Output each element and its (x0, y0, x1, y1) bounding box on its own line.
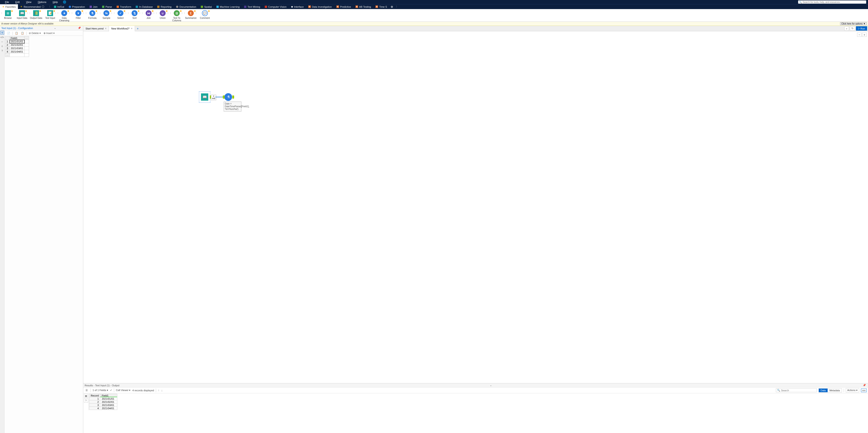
notification-options-button[interactable]: Click here for options ▼ (840, 22, 867, 25)
results-search[interactable]: 🔍 (776, 388, 817, 392)
canvas-node-formula[interactable]: ⚗ (224, 93, 232, 101)
insert-button[interactable]: ⊕ Insert ▾ (42, 31, 56, 35)
config-pin-icon[interactable]: 📌 (77, 27, 82, 30)
results-cell[interactable]: 2021/03/01 (100, 403, 117, 407)
workflow-tab[interactable]: New Workflow2*× (109, 26, 135, 31)
results-menu-icon[interactable]: ☰ (85, 388, 89, 392)
menu-view[interactable]: View (23, 1, 35, 3)
cell-viewer-dropdown[interactable]: Cell Viewer ▾ (116, 389, 131, 392)
zoom-out-button[interactable]: − (857, 33, 862, 37)
run-button[interactable]: ▷ Run (856, 26, 867, 31)
results-pin-icon[interactable]: 📌 (862, 384, 867, 387)
tool-comment[interactable]: 💬★Comment (198, 9, 212, 19)
results-options-button[interactable]: ooo (861, 389, 867, 392)
tool-sort[interactable]: ⇅★〉〉Sort (127, 9, 142, 19)
tool-input-data[interactable]: 📖★〉Input Data (15, 9, 29, 19)
results-data-grid[interactable]: RecordField1 12021/01/01 22021/02/01 320… (89, 394, 117, 410)
tool-union[interactable]: ∪★〉〉Union (156, 9, 170, 19)
canvas-node-text-input[interactable]: 📖 (199, 91, 210, 103)
config-cell[interactable]: 2021/03/01 (10, 47, 25, 50)
menu-options[interactable]: Options (34, 1, 50, 3)
tool-summarize[interactable]: Σ★〉〉Summarize (184, 9, 198, 19)
workflow-canvas[interactable]: − + 📖 444b ⚗ Date = DateTimeParse([Field… (83, 31, 868, 383)
global-search-input[interactable] (803, 1, 865, 3)
results-cell[interactable]: 2021/02/01 (100, 400, 117, 403)
config-cell[interactable]: 2021/02/01 (10, 43, 25, 47)
tool-text-input[interactable]: 📝★〉Text Input (43, 9, 57, 19)
paste-icon[interactable]: 📋 (20, 31, 25, 35)
category-documentation[interactable]: Documentation (174, 4, 198, 9)
fields-summary[interactable]: 1 of 1 Fields ▾ (93, 389, 108, 392)
tool-browse[interactable]: ⊞★〉Browse (1, 9, 15, 19)
category-scroll-left[interactable]: 〈 (46, 4, 52, 9)
config-cell[interactable]: 2021/04/01 (10, 50, 25, 54)
global-search[interactable]: 🔍 (798, 0, 866, 4)
tool-sample[interactable]: %★〉〉Sample (99, 9, 114, 19)
config-tab-xml-icon[interactable]: </> (0, 35, 4, 39)
menu-file[interactable]: File (2, 1, 12, 3)
category-reporting[interactable]: Reporting (155, 4, 174, 9)
config-tab-nav-icon[interactable]: ↔ (0, 40, 4, 43)
output-anchor[interactable] (232, 95, 234, 99)
category-parse[interactable]: Parse (100, 4, 114, 9)
add-workflow-tab[interactable]: + (135, 26, 141, 31)
actions-dropdown[interactable]: Actions ▾ (846, 388, 859, 392)
category-cv[interactable]: Computer Vision (262, 4, 289, 9)
tool-select[interactable]: ✓★〉〉Select (114, 9, 127, 19)
menu-help[interactable]: Help (50, 1, 61, 3)
category-recommended[interactable]: ☀Recommendedi (18, 4, 46, 9)
category-transform[interactable]: Transform (114, 4, 134, 9)
workflow-tab[interactable]: Start Here.yxmd× (83, 26, 109, 31)
tool-formula[interactable]: ⚗★〉〉Formula (85, 9, 99, 19)
category-add[interactable]: ⊕ (389, 4, 395, 9)
tool-join[interactable]: ⋈★〉〉Join (142, 9, 156, 19)
copy-icon[interactable]: 📋 (14, 31, 19, 35)
metadata-tab[interactable]: Metadata (828, 389, 842, 392)
delete-button[interactable]: ⊘ Delete ▾ (28, 31, 42, 35)
results-grid-icon[interactable]: ▦ (84, 394, 88, 398)
results-header-record[interactable]: Record (89, 394, 100, 397)
results-cell[interactable]: 2021/01/01 (100, 397, 117, 400)
config-cell[interactable]: 2021/01/01 (10, 40, 25, 43)
results-header-field1[interactable]: Field1 (100, 394, 117, 397)
fields-check-icon[interactable]: ✔ (110, 389, 112, 392)
config-dropdown-icon[interactable]: ⌄ (53, 27, 57, 30)
category-ml[interactable]: Machine Learning (214, 4, 242, 9)
data-tab[interactable]: Data (819, 389, 828, 392)
zoom-in-button[interactable]: + (862, 33, 867, 37)
tool-filter[interactable]: ▼★〉〉Filter (71, 9, 85, 19)
config-tab-config-icon[interactable]: ⚙ (0, 31, 4, 34)
next-record-icon[interactable]: ↓ (161, 389, 163, 392)
category-join[interactable]: Join (87, 4, 100, 9)
category-interface[interactable]: ◆Interface (289, 4, 306, 9)
results-help-icon[interactable]: ? (84, 399, 88, 403)
category-timeseries[interactable]: RTime S (373, 4, 389, 9)
menu-edit[interactable]: Edit (12, 1, 23, 3)
tool-output-data[interactable]: 📗★〉Output Data (29, 9, 43, 19)
category-inout[interactable]: In/Out (52, 4, 66, 9)
results-search-input[interactable] (781, 389, 815, 392)
overflow-button[interactable]: » (844, 27, 849, 31)
config-column-header[interactable]: Field1 (10, 36, 25, 40)
category-textmining[interactable]: Text Mining (242, 4, 262, 9)
globe-icon[interactable]: 🌐 (63, 0, 66, 4)
category-spatial[interactable]: Spatial (198, 4, 214, 9)
results-cell[interactable]: 2021/04/01 (100, 407, 117, 410)
prev-record-icon[interactable]: ↑ (158, 389, 159, 392)
close-icon[interactable]: × (131, 27, 132, 30)
category-scroll-right[interactable]: 〉 (395, 4, 400, 9)
config-tab-help-icon[interactable]: ? (0, 49, 4, 53)
category-datainv[interactable]: RData Investigation (306, 4, 334, 9)
import-icon[interactable]: 📄 (6, 31, 11, 35)
close-icon[interactable]: × (105, 27, 106, 30)
category-favorites[interactable]: ★Favorites (0, 4, 18, 9)
category-preparation[interactable]: Preparation (66, 4, 87, 9)
results-dropdown-icon[interactable]: ⌄ (489, 384, 493, 387)
category-indatabase[interactable]: In-Database (133, 4, 155, 9)
history-button[interactable]: ↻ (850, 26, 855, 31)
category-predictive[interactable]: RPredictive (334, 4, 353, 9)
config-data-grid[interactable]: Field1… 12021/01/01 22021/02/01 32021/03… (5, 36, 29, 57)
tool-data-cleansing[interactable]: ✦★〉〉Data Cleansing (57, 9, 71, 22)
config-tab-annotation-icon[interactable]: ◊ (0, 44, 4, 48)
tool-text-to-columns[interactable]: ⊟★〉〉Text To Columns (170, 9, 184, 22)
